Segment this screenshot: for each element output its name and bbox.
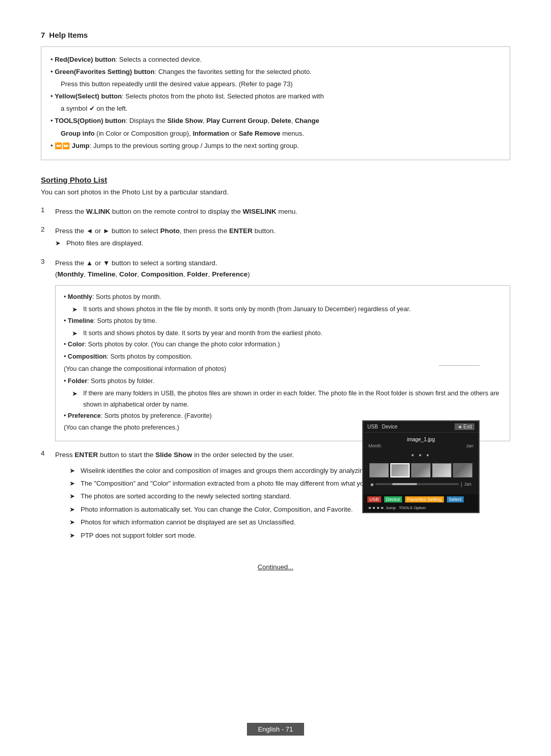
step-4-arrow-text-5: Photos for which information cannot be d…	[81, 517, 295, 527]
sort-composition-note: (You can change the compositional inform…	[64, 364, 502, 375]
step-4-arrow-text-2: The "Composition" and "Color" informatio…	[81, 478, 396, 489]
step-3-content: Press the ▲ or ▼ button to select a sort…	[55, 258, 510, 442]
sort-monthly-arrow: ➤ It sorts and shows photos in the file …	[72, 304, 502, 316]
sorting-title: Sorting Photo List	[41, 175, 510, 184]
arrow-icon-monthly: ➤	[72, 304, 81, 316]
sort-folder-arrow: ➤ If there are many folders in USB, the …	[72, 388, 502, 411]
thumbnail-1	[369, 463, 389, 477]
section-number: 7	[41, 31, 45, 39]
arrow-icon: ➤	[55, 238, 64, 249]
step-2: 2 Press the ◄ or ► button to select Phot…	[41, 225, 510, 249]
sorting-desc: You can sort photos in the Photo List by…	[41, 188, 510, 196]
page: 7 Help Items • Red(Device) button: Selec…	[0, 0, 551, 756]
tv-bottom-bar: USB Device Favorites Setting Select ◄◄ ►…	[363, 494, 479, 512]
decorative-line	[439, 365, 480, 366]
sort-color: • Color: Sorts photos by color. (You can…	[64, 339, 502, 350]
help-item-green-indent: Press this button repeatedly until the d…	[61, 79, 500, 90]
step-2-arrow: ➤ Photo files are displayed.	[55, 238, 510, 249]
arrow-icon-folder: ➤	[72, 388, 81, 411]
tv-thumbnails	[368, 463, 473, 477]
tv-usb-label: USB	[367, 424, 378, 430]
sort-folder-arrow-text: If there are many folders in USB, the ph…	[83, 388, 502, 411]
sort-timeline: • Timeline: Sorts photos by time.	[64, 316, 502, 327]
btn-option: TOOLS Option	[399, 506, 426, 510]
scroll-square-icon: ■	[370, 482, 373, 487]
thumbnail-5	[453, 463, 472, 477]
help-item-green: • Green(Favorites Setting) button: Chang…	[51, 66, 500, 78]
arrow-icon-4-3: ➤	[69, 491, 79, 501]
step-3: 3 Press the ▲ or ▼ button to select a so…	[41, 258, 510, 442]
btn-favorites: Favorites Setting	[405, 496, 444, 502]
step-4-arrow-5: ➤ Photos for which information cannot be…	[69, 517, 510, 527]
step-4-num: 4	[41, 449, 55, 457]
thumbnail-3	[411, 463, 431, 477]
step-1-content: Press the W.LINK button on the remote co…	[55, 206, 510, 217]
tv-month-label: Month	[368, 443, 381, 448]
sort-timeline-arrow: ➤ It sorts and shows photos by date. It …	[72, 328, 502, 340]
tv-exit-label: ◄ Exit	[455, 423, 474, 430]
sort-options-box: • Monthly: Sorts photos by month. ➤ It s…	[55, 285, 510, 441]
help-item-red: • Red(Device) button: Selects a connecte…	[51, 54, 500, 65]
tv-scroll-bar: ■ | Jan	[368, 482, 473, 487]
step-2-arrow-text: Photo files are displayed.	[66, 238, 143, 249]
step-2-content: Press the ◄ or ► button to select Photo,…	[55, 225, 510, 249]
tv-month-row: Month Jan	[368, 443, 473, 448]
continued-link: Continued...	[41, 563, 510, 571]
tv-filename: image_1.jpg	[368, 437, 473, 442]
sort-monthly: • Monthly: Sorts photos by month.	[64, 292, 502, 303]
tv-screen: USB Device ◄ Exit image_1.jpg Month Jan …	[362, 420, 480, 513]
step-4-arrow-text-4: Photo information is automatically set. …	[81, 504, 353, 515]
scroll-thumb	[392, 483, 417, 485]
step-4-arrow-text-6: PTP does not support folder sort mode.	[81, 530, 196, 541]
footer: English - 71	[0, 723, 551, 736]
thumbnail-2	[390, 463, 410, 477]
step-1: 1 Press the W.LINK button on the remote …	[41, 206, 510, 217]
arrow-icon-4-4: ➤	[69, 504, 79, 515]
scroll-track	[375, 483, 459, 485]
footer-badge: English - 71	[247, 723, 305, 736]
help-item-yellow-indent: a symbol ✔ on the left.	[61, 103, 500, 114]
sort-folder: • Folder: Sorts photos by folder.	[64, 376, 502, 387]
sort-timeline-arrow-text: It sorts and shows photos by date. It so…	[83, 328, 322, 340]
help-items-box: • Red(Device) button: Selects a connecte…	[41, 46, 510, 160]
tv-top-bar: USB Device ◄ Exit	[363, 421, 479, 433]
arrow-icon-4-6: ➤	[69, 530, 79, 541]
help-item-tools-indent: Group info (in Color or Composition grou…	[61, 128, 500, 139]
tv-device-label: Device	[382, 424, 398, 430]
thumbnail-4	[432, 463, 452, 477]
arrow-icon-4-1: ➤	[69, 465, 79, 476]
step-2-num: 2	[41, 225, 55, 233]
step-4-arrow-6: ➤ PTP does not support folder sort mode.	[69, 530, 510, 541]
btn-select: Select	[447, 496, 464, 502]
btn-jump: ◄◄ ►► Jump	[367, 506, 396, 510]
tv-scroll-label: Jan	[464, 482, 471, 487]
help-item-jump: • ⏪⏩ Jump: Jumps to the previous sorting…	[51, 140, 500, 152]
btn-device: Device	[384, 496, 403, 502]
btn-usb: USB	[367, 496, 381, 502]
tv-month-value: Jan	[466, 443, 473, 448]
sort-monthly-arrow-text: It sorts and shows photos in the file by…	[83, 304, 411, 316]
arrow-icon-4-5: ➤	[69, 517, 79, 527]
tv-content: image_1.jpg Month Jan * * *	[363, 433, 479, 494]
arrow-icon-timeline: ➤	[72, 328, 81, 340]
step-3-num: 3	[41, 258, 55, 265]
tv-stars: * * *	[368, 452, 473, 460]
step-1-num: 1	[41, 206, 55, 214]
step-4-arrow-text-3: The photos are sorted according to the n…	[81, 491, 291, 501]
arrow-icon-4-2: ➤	[69, 478, 79, 489]
help-item-yellow: • Yellow(Select) button: Selects photos …	[51, 91, 500, 102]
section-title: Help Items	[49, 31, 88, 39]
scroll-bar-icon: |	[461, 482, 462, 487]
help-item-tools: • TOOLS(Option) button: Displays the Sli…	[51, 115, 500, 127]
tv-panel: USB Device ◄ Exit image_1.jpg Month Jan …	[362, 420, 480, 515]
sort-composition: • Composition: Sorts photos by compositi…	[64, 351, 502, 363]
